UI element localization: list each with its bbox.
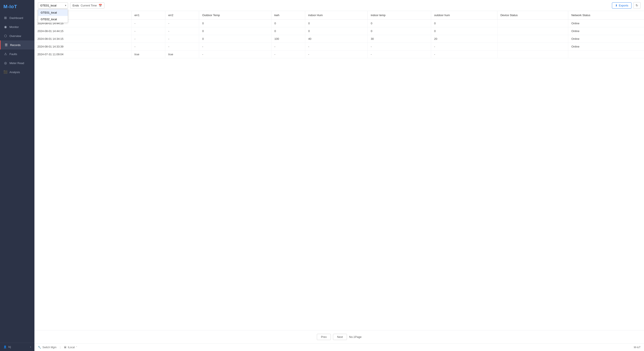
cell-timestamp: 2024-07-31 11:09:04 (34, 50, 131, 58)
sidebar-item-records[interactable]: ☰ Records (0, 40, 34, 49)
table-row: 2024-08-01 14:34:15--0100403020Online (34, 35, 644, 43)
records-icon: ☰ (4, 43, 8, 47)
cell-indoor_hum: 0 (305, 19, 368, 27)
sidebar-item-analysis[interactable]: ⬛ Analysis (0, 67, 34, 76)
cell-device_status (497, 43, 568, 50)
dashboard-icon: ⊞ (4, 16, 7, 20)
cell-indoor_temp: 30 (368, 35, 431, 43)
col-err2: err2 (165, 11, 199, 19)
sidebar-item-faults[interactable]: ⚠ Faults (0, 49, 34, 58)
cell-outdoor_temp: 0 (199, 27, 271, 35)
sidebar-item-dashboard[interactable]: ⊞ Dashboard (0, 13, 34, 22)
cell-outdoor_temp: - (199, 43, 271, 50)
refresh-button[interactable]: ↻ (633, 2, 640, 8)
col-device-status: Device Status (497, 11, 568, 19)
cell-device_status (497, 19, 568, 27)
monitor-icon: ◉ (4, 25, 7, 29)
cell-device_status (497, 50, 568, 58)
meter-read-icon: ◎ (4, 61, 7, 65)
current-time-value: Current Time (81, 4, 97, 7)
sidebar-nav: ⊞ Dashboard ◉ Monitor ⬡ Overview ☰ Recor… (0, 13, 34, 343)
export-button[interactable]: ⬇ Exports (612, 2, 632, 8)
col-indoor-temp: indoor temp (368, 11, 431, 19)
table-row: 2024-08-01 14:44:15--00000Online (34, 27, 644, 35)
cell-err2: - (165, 27, 199, 35)
sidebar-item-label: Analysis (10, 70, 20, 74)
col-outdoor-temp: Outdoor Temp (199, 11, 271, 19)
col-err1: err1 (131, 11, 165, 19)
table-row: 2024-07-31 11:09:04truetrue----- (34, 50, 644, 58)
cell-indoor_temp: - (368, 50, 431, 58)
cell-network_status: Online (568, 27, 644, 35)
cell-kwh: 0 (271, 27, 305, 35)
cell-indoor_hum: - (305, 43, 368, 50)
prev-button[interactable]: Prev (317, 334, 331, 340)
main-content: GTE01_local ▾ GTE01_local GTE02_local En… (34, 0, 644, 351)
cell-err1: - (131, 27, 165, 35)
location-label: lLocal (68, 346, 74, 349)
col-kwh: kwh (271, 11, 305, 19)
cell-outdoor_hum: - (431, 43, 498, 50)
sidebar-item-monitor[interactable]: ◉ Monitor (0, 22, 34, 31)
cell-timestamp: 2024-08-01 14:33:39 (34, 43, 131, 50)
toolbar-right: ⬇ Exports ↻ (612, 2, 640, 8)
cell-err2: - (165, 19, 199, 27)
cell-err2: true (165, 50, 199, 58)
device-dropdown: GTE01_local GTE02_local (38, 9, 68, 23)
refresh-icon: ↻ (636, 4, 638, 7)
cell-outdoor_temp: 0 (199, 19, 271, 27)
pagination: Prev Next No.1Page (34, 330, 644, 344)
sidebar-item-meter-read[interactable]: ◎ Meter Read (0, 58, 34, 67)
cell-err1: - (131, 35, 165, 43)
cell-network_status (568, 50, 644, 58)
cell-network_status: Online (568, 19, 644, 27)
switch-mgm-item[interactable]: 🔧 Switch Mgm (38, 346, 56, 349)
col-network-status: Network Status (568, 11, 644, 19)
cell-kwh: - (271, 43, 305, 50)
cell-err2: - (165, 43, 199, 50)
cell-outdoor_hum: 0 (431, 27, 498, 35)
chevron-down-icon: ˅ (76, 346, 77, 349)
dropdown-item-gte01[interactable]: GTE01_local (38, 9, 68, 16)
table-row: 2024-08-01 14:44:15--00000Online (34, 19, 644, 27)
ends-label: Ends (72, 4, 79, 7)
cell-timestamp: 2024-08-01 14:44:15 (34, 27, 131, 35)
page-info: No.1Page (349, 335, 362, 339)
sidebar-item-label: Meter Read (10, 61, 24, 65)
date-filter[interactable]: Ends Current Time 📅 (70, 2, 104, 8)
device-select[interactable]: GTE01_local (38, 2, 68, 8)
export-label: Exports (619, 4, 628, 7)
cell-kwh: 100 (271, 35, 305, 43)
cell-indoor_hum: 40 (305, 35, 368, 43)
cell-outdoor_temp: - (199, 50, 271, 58)
cell-outdoor_temp: 0 (199, 35, 271, 43)
sidebar: M-IoT ⊞ Dashboard ◉ Monitor ⬡ Overview ☰… (0, 0, 34, 351)
dropdown-item-gte02[interactable]: GTE02_local (38, 16, 68, 22)
cell-indoor_temp: 0 (368, 27, 431, 35)
cell-outdoor_hum: 20 (431, 35, 498, 43)
sidebar-item-overview[interactable]: ⬡ Overview (0, 31, 34, 40)
cell-outdoor_hum: - (431, 50, 498, 58)
separator: | (60, 346, 60, 349)
sidebar-footer-user[interactable]: 👤 lcj (4, 346, 11, 349)
cell-timestamp: 2024-08-01 14:34:15 (34, 35, 131, 43)
sidebar-item-label: Monitor (10, 25, 19, 29)
cell-err2: - (165, 35, 199, 43)
cell-device_status (497, 35, 568, 43)
sidebar-item-label: Dashboard (10, 16, 23, 19)
device-select-value: GTE01_local (40, 4, 56, 7)
cell-indoor_temp: 0 (368, 19, 431, 27)
cell-indoor_hum: 0 (305, 27, 368, 35)
sidebar-expand-icon[interactable]: › (30, 346, 31, 349)
table-row: 2024-08-01 14:33:39-------Online (34, 43, 644, 50)
location-item[interactable]: 🏛 lLocal ˅ (64, 346, 77, 349)
next-button[interactable]: Next (333, 334, 347, 340)
analysis-icon: ⬛ (4, 70, 7, 74)
device-select-wrapper[interactable]: GTE01_local ▾ GTE01_local GTE02_local (38, 2, 68, 8)
download-icon: ⬇ (615, 4, 618, 7)
sidebar-item-label: Faults (10, 52, 17, 56)
bottom-bar: 🔧 Switch Mgm | 🏛 lLocal ˅ M-IoT (34, 344, 644, 351)
col-indoor-hum: indoor Hum (305, 11, 368, 19)
user-icon: 👤 (4, 346, 7, 349)
records-table: err1 err2 Outdoor Temp kwh indoor Hum in… (34, 11, 644, 58)
